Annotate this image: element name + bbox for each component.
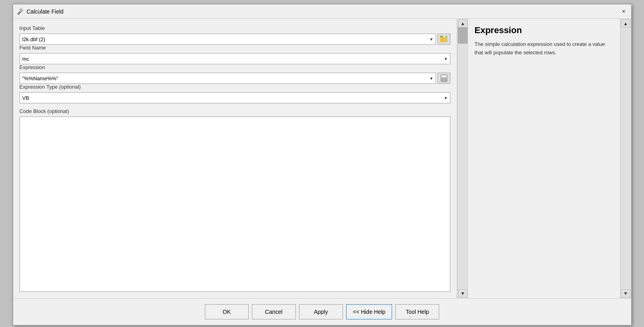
ok-button[interactable]: OK (205, 304, 249, 319)
browse-folder-button[interactable] (438, 34, 450, 45)
svg-rect-12 (442, 79, 443, 80)
expression-select-wrapper: ▼ (20, 73, 436, 84)
code-block-section: Code Block (optional) (20, 108, 450, 292)
svg-rect-8 (442, 75, 446, 77)
help-description: The simple calculation expression used t… (475, 40, 614, 57)
svg-rect-16 (443, 81, 444, 81)
input-table-select-wrapper: ▼ (20, 34, 436, 45)
help-title: Expression (475, 25, 614, 36)
input-table-label: Input Table (20, 25, 450, 31)
svg-rect-9 (442, 78, 443, 79)
scrollbar-track (458, 28, 468, 289)
calculate-field-dialog: Calculate Field × Input Table ▼ (13, 4, 632, 325)
expression-type-select-wrapper: ▼ (20, 92, 450, 103)
help-scrollbar: ▲ ▼ (620, 19, 631, 298)
scroll-down-arrow[interactable]: ▼ (458, 289, 468, 297)
cancel-button[interactable]: Cancel (252, 304, 296, 319)
hammer-icon (16, 8, 24, 16)
expression-calculator-button[interactable] (438, 73, 450, 84)
help-scroll-up-arrow[interactable]: ▲ (621, 20, 630, 28)
expression-type-field[interactable] (20, 92, 450, 103)
title-bar-left: Calculate Field (16, 8, 64, 16)
field-name-field[interactable] (20, 53, 450, 64)
field-name-section: Field Name ▼ (20, 45, 450, 64)
scroll-up-arrow[interactable]: ▲ (458, 20, 468, 28)
svg-rect-10 (443, 78, 444, 79)
help-scrollbar-track (621, 28, 630, 289)
help-scroll-down-arrow[interactable]: ▼ (621, 289, 630, 297)
svg-rect-11 (445, 78, 446, 79)
tool-help-button[interactable]: Tool Help (395, 304, 439, 319)
expression-field[interactable] (20, 73, 436, 84)
svg-rect-0 (17, 11, 21, 15)
svg-rect-13 (443, 79, 444, 80)
expression-type-row: ▼ (20, 92, 450, 103)
scrollbar-thumb[interactable] (458, 28, 468, 44)
hide-help-button[interactable]: << Hide Help (346, 304, 392, 319)
input-table-row: ▼ (20, 34, 450, 45)
dialog-body: Input Table ▼ (13, 19, 631, 298)
code-block-textarea[interactable] (20, 117, 450, 292)
expression-type-label: Expression Type (optional) (20, 84, 450, 90)
main-scrollbar: ▲ ▼ (457, 19, 468, 298)
svg-rect-14 (445, 79, 446, 81)
field-name-row: ▼ (20, 53, 450, 64)
footer: OK Cancel Apply << Hide Help Tool Help (13, 298, 631, 325)
svg-rect-15 (442, 81, 443, 81)
dialog-title: Calculate Field (27, 8, 64, 15)
expression-row: ▼ (20, 73, 450, 84)
svg-rect-3 (440, 38, 447, 42)
title-bar: Calculate Field × (13, 4, 631, 19)
expression-section: Expression ▼ (20, 64, 450, 84)
code-block-label: Code Block (optional) (20, 108, 450, 114)
calculator-icon (440, 74, 448, 82)
input-table-section: Input Table ▼ (20, 25, 450, 45)
help-panel: Expression The simple calculation expres… (468, 19, 620, 298)
apply-button[interactable]: Apply (299, 304, 343, 319)
svg-rect-4 (440, 36, 442, 37)
expression-type-section: Expression Type (optional) ▼ (20, 84, 450, 103)
input-table-field[interactable] (20, 34, 436, 45)
main-panel: Input Table ▼ (13, 19, 457, 298)
folder-icon (440, 36, 448, 43)
expression-label: Expression (20, 64, 450, 70)
field-name-label: Field Name (20, 45, 450, 51)
field-name-select-wrapper: ▼ (20, 53, 450, 64)
close-button[interactable]: × (619, 8, 628, 16)
